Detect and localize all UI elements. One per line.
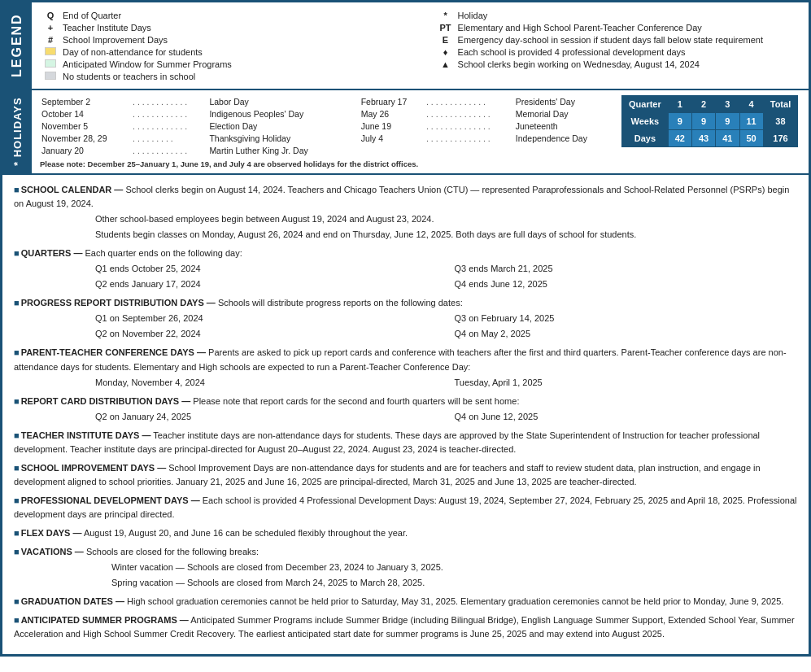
holiday-row: November 5 . . . . . . . . . . . . Elect…	[40, 120, 613, 132]
legend-item: Q End of Quarter	[41, 9, 404, 21]
bullet-icon: ■	[14, 396, 20, 406]
teacher-institute-section: ■TEACHER INSTITUTE DAYS — Teacher instit…	[14, 429, 797, 456]
legend-content: Q End of Quarter + Teacher Institute Day…	[32, 2, 809, 89]
legend-item: PT Elementary and High School Parent-Tea…	[437, 21, 800, 33]
progress-two-col: Q1 on September 26, 2024 Q3 on February …	[95, 312, 797, 325]
summer-programs-section: ■ANTICIPATED SUMMER PROGRAMS — Anticipat…	[14, 613, 797, 641]
bullet-icon: ■	[14, 248, 20, 258]
quarters-section: ■QUARTERS — Each quarter ends on the fol…	[14, 247, 797, 291]
quarter-table: Quarter 1 2 3 4 Total Weeks 9 9 9 11 38	[621, 95, 798, 147]
quarter-days-row: Days 42 43 41 50 176	[622, 130, 798, 147]
quarter-weeks-row: Weeks 9 9 9 11 38	[622, 113, 798, 130]
legend-item: # School Improvement Days	[41, 33, 404, 46]
page-container: LEGEND Q End of Quarter + Teacher Instit…	[0, 0, 811, 657]
bullet-icon: ■	[14, 347, 20, 357]
legend-item: E Emergency day-school in session if stu…	[437, 33, 800, 46]
holiday-row: November 28, 29 . . . . . . . . . Thanks…	[40, 132, 613, 144]
holiday-row: January 20 . . . . . . . . . . . . Marti…	[40, 144, 613, 156]
holiday-row: October 14 . . . . . . . . . . . . Indig…	[40, 107, 613, 120]
legend-item: Anticipated Window for Summer Programs	[41, 58, 404, 70]
bullet-icon: ■	[14, 298, 20, 308]
quarters-two-col: Q1 ends October 25, 2024 Q3 ends March 2…	[95, 262, 797, 276]
holidays-note: Please note: December 25–January 1, June…	[40, 159, 613, 168]
legend-item: ▲ School clerks begin working on Wednesd…	[437, 58, 800, 70]
bullet-icon: ■	[14, 463, 20, 473]
quarter-table-wrap: Quarter 1 2 3 4 Total Weeks 9 9 9 11 38	[621, 95, 800, 168]
professional-development-section: ■PROFESSIONAL DEVELOPMENT DAYS — Each sc…	[14, 494, 797, 521]
flex-days-section: ■FLEX DAYS — August 19, August 20, and J…	[14, 526, 797, 540]
legend-item: ♦ Each school is provided 4 professional…	[437, 46, 800, 58]
bullet-icon: ■	[14, 430, 20, 440]
school-improvement-section: ■SCHOOL IMPROVEMENT DAYS — School Improv…	[14, 461, 797, 489]
legend-item: No students or teachers in school	[41, 70, 404, 82]
graduation-section: ■GRADUATION DATES — High school graduati…	[14, 595, 797, 609]
holidays-content: September 2 . . . . . . . . . . . . Labo…	[32, 90, 809, 173]
parent-teacher-section: ■PARENT-TEACHER CONFERENCE DAYS — Parent…	[14, 346, 797, 389]
quarters-two-col-2: Q2 ends January 17, 2024 Q4 ends June 12…	[95, 277, 797, 291]
progress-report-section: ■PROGRESS REPORT DISTRIBUTION DAYS — Sch…	[14, 296, 797, 341]
quarter-header-row: Quarter 1 2 3 4 Total	[622, 96, 798, 113]
bullet-icon: ■	[14, 528, 20, 538]
bullet-icon: ■	[14, 596, 20, 606]
vacations-section: ■VACATIONS — Schools are closed for the …	[14, 545, 797, 590]
yellow-box	[45, 47, 56, 55]
holidays-tab: * HOLIDAYS	[2, 90, 32, 173]
report-card-section: ■REPORT CARD DISTRIBUTION DAYS — Please …	[14, 395, 797, 424]
legend-right-col: * Holiday PT Elementary and High School …	[437, 9, 800, 82]
bullet-icon: ■	[14, 495, 20, 505]
bullet-icon: ■	[14, 615, 20, 625]
progress-two-col-2: Q2 on November 22, 2024 Q4 on May 2, 202…	[95, 327, 797, 341]
main-content: ■SCHOOL CALENDAR — School clerks begin o…	[2, 175, 809, 654]
rc-two-col: Q2 on January 24, 2025 Q4 on June 12, 20…	[95, 410, 797, 424]
holiday-row: September 2 . . . . . . . . . . . . Labo…	[40, 95, 613, 107]
green-box	[45, 59, 56, 68]
bullet-icon: ■	[14, 185, 20, 194]
gray-box	[45, 72, 56, 80]
legend-section: LEGEND Q End of Quarter + Teacher Instit…	[2, 2, 809, 90]
legend-left-col: Q End of Quarter + Teacher Institute Day…	[41, 9, 404, 82]
legend-item: + Teacher Institute Days	[41, 21, 404, 33]
holidays-section: * HOLIDAYS September 2 . . . . . . . . .…	[2, 90, 809, 175]
legend-tab: LEGEND	[2, 2, 32, 89]
bullet-icon: ■	[14, 547, 20, 556]
legend-item: Day of non-attendance for students	[41, 46, 404, 58]
pt-two-col: Monday, November 4, 2024 Tuesday, April …	[95, 376, 797, 390]
legend-item: * Holiday	[437, 9, 800, 21]
holidays-list: September 2 . . . . . . . . . . . . Labo…	[40, 95, 613, 168]
school-calendar-section: ■SCHOOL CALENDAR — School clerks begin o…	[14, 183, 797, 242]
